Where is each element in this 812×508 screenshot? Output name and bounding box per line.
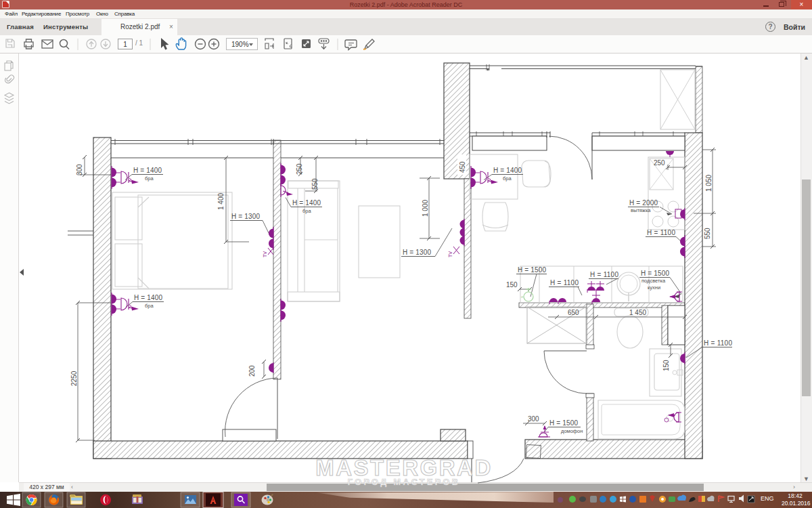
- svg-text:вытяжка: вытяжка: [631, 207, 651, 213]
- svg-text:550: 550: [704, 228, 711, 239]
- svg-text:H = 1100: H = 1100: [647, 229, 675, 236]
- svg-text:H = 1500: H = 1500: [641, 270, 669, 277]
- svg-text:450: 450: [459, 161, 466, 173]
- svg-text:TV: TV: [263, 251, 267, 257]
- svg-text:H = 1400: H = 1400: [292, 199, 321, 207]
- svg-text:подсветка: подсветка: [641, 278, 666, 284]
- svg-text:250: 250: [654, 159, 665, 167]
- svg-text:кухни: кухни: [648, 284, 660, 291]
- svg-text:200: 200: [248, 365, 256, 377]
- svg-text:и: и: [521, 295, 523, 299]
- svg-text:550: 550: [311, 178, 319, 190]
- svg-text:150: 150: [662, 360, 670, 371]
- svg-text:H = 1100: H = 1100: [550, 279, 579, 287]
- svg-text:1 400: 1 400: [217, 193, 225, 210]
- svg-text:H = 1400: H = 1400: [133, 167, 162, 174]
- svg-text:H = 2000: H = 2000: [629, 199, 658, 207]
- svg-text:H = 1500: H = 1500: [549, 419, 578, 427]
- svg-text:H = 1100: H = 1100: [704, 339, 732, 347]
- svg-text:TV: TV: [448, 251, 453, 257]
- svg-text:бра: бра: [503, 175, 512, 182]
- svg-text:H = 1400: H = 1400: [134, 294, 162, 301]
- svg-text:бра: бра: [145, 175, 154, 182]
- svg-text:650: 650: [568, 309, 579, 316]
- svg-text:H = 1300: H = 1300: [231, 213, 260, 220]
- svg-text:домофон: домофон: [561, 428, 583, 434]
- svg-text:H = 1400: H = 1400: [493, 167, 522, 174]
- svg-text:H = 1300: H = 1300: [403, 249, 431, 256]
- svg-text:1 450: 1 450: [629, 309, 646, 316]
- svg-text:H = 1100: H = 1100: [590, 271, 618, 278]
- svg-text:150: 150: [506, 281, 518, 289]
- svg-text:бра: бра: [302, 208, 311, 214]
- svg-text:1 000: 1 000: [422, 200, 429, 217]
- svg-text:1 050: 1 050: [705, 175, 713, 192]
- svg-text:бра: бра: [145, 303, 154, 309]
- svg-text:2250: 2250: [70, 371, 78, 386]
- svg-text:H = 1500: H = 1500: [518, 266, 546, 274]
- svg-text:300: 300: [76, 164, 83, 175]
- svg-text:250: 250: [296, 163, 303, 175]
- svg-text:300: 300: [528, 415, 539, 423]
